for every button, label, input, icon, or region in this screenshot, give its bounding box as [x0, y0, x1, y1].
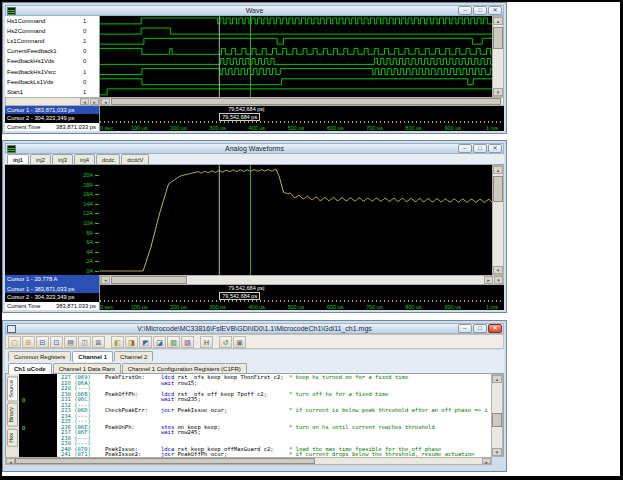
maximize-button[interactable]: □: [473, 324, 487, 333]
view-tab-binary[interactable]: Binary: [7, 403, 18, 427]
microcode-listing[interactable]: 227 (069)PeakFirstOn:ldcd rst _ofs keep …: [57, 374, 491, 457]
save-file-icon[interactable]: ⊟: [36, 336, 49, 348]
scroll-up-icon[interactable]: ▴: [493, 17, 503, 25]
close-button[interactable]: ✕: [488, 324, 502, 333]
editor-horizontal-scrollbar[interactable]: ◂▸: [5, 457, 492, 465]
verify-icon[interactable]: ▨: [181, 336, 194, 348]
signal-row[interactable]: CurrentFeedback10: [5, 46, 99, 56]
tools-icon[interactable]: ▣: [233, 336, 246, 348]
editor-titlebar[interactable]: V:\Microcode\MC33816\FslEVB\GDI\ID0\1.1\…: [5, 323, 504, 334]
scroll-thumb[interactable]: [111, 98, 501, 105]
maximize-button[interactable]: □: [473, 6, 487, 15]
close-button[interactable]: ✕: [488, 6, 502, 15]
current-time-row[interactable]: Current Time383,871.033 ps: [5, 302, 99, 310]
signal-row[interactable]: FeedbackHs1Vsrc1: [5, 67, 99, 77]
scroll-right-icon[interactable]: ▸: [482, 458, 491, 464]
current-time-row[interactable]: Current Time383,871.033 ps: [5, 123, 99, 131]
scroll-left-icon[interactable]: ◂: [6, 458, 15, 464]
tab-ch1-ucode[interactable]: Ch1 uCode: [8, 363, 52, 374]
cursor-delta-box: 79,542,684 ps: [219, 113, 260, 121]
program-icon[interactable]: ▧: [167, 336, 180, 348]
signal-row[interactable]: Start11: [5, 87, 99, 97]
hex-view-icon[interactable]: H: [200, 336, 213, 348]
scroll-up-icon[interactable]: ▴: [493, 166, 503, 174]
tab-inj4[interactable]: inj4: [74, 154, 95, 164]
view-tab-source[interactable]: Source: [7, 376, 18, 401]
scroll-down-icon[interactable]: ▾: [492, 448, 502, 456]
scroll-right-icon[interactable]: ▸: [90, 98, 99, 105]
signal-row[interactable]: Ls1Command1: [5, 36, 99, 46]
tab-common-registers[interactable]: Common Registers: [8, 351, 71, 361]
analog-horizontal-scrollbar[interactable]: ◂▸▾: [100, 275, 504, 285]
tab-inj1[interactable]: inj1: [7, 154, 29, 164]
signal-row[interactable]: FeedbackHs1Vds0: [5, 56, 99, 66]
scroll-left-icon[interactable]: ◂: [101, 276, 110, 284]
scroll-down-icon[interactable]: ▾: [494, 276, 503, 284]
minimize-button[interactable]: –: [458, 144, 472, 153]
editor-vertical-scrollbar[interactable]: ▴▾: [491, 374, 503, 457]
undo-icon[interactable]: ↺: [219, 336, 232, 348]
wave-names-scrollbar[interactable]: ◂▸: [5, 97, 100, 106]
margin-mark[interactable]: 0: [22, 425, 25, 431]
signal-row[interactable]: FeedbackLs1Vds0: [5, 77, 99, 87]
analog-current-plot[interactable]: [100, 165, 492, 275]
save-all-icon[interactable]: ⊡: [50, 336, 63, 348]
scroll-left-icon[interactable]: ◂: [80, 98, 89, 105]
scroll-thumb[interactable]: [493, 27, 503, 49]
cut-icon[interactable]: ◧: [111, 336, 124, 348]
compile-icon[interactable]: ◪: [153, 336, 166, 348]
open-file-icon[interactable]: ⊞: [22, 336, 35, 348]
wave-digital-plot[interactable]: [100, 16, 492, 97]
copy-icon[interactable]: ◨: [125, 336, 138, 348]
timeline-ticks: [100, 121, 504, 123]
tab-channel-2[interactable]: Channel 2: [114, 351, 153, 361]
tab-inj3[interactable]: inj3: [52, 154, 73, 164]
analog-vertical-scrollbar[interactable]: ▴▾: [492, 165, 504, 275]
cursor2-row[interactable]: Cursor 2 - 304,323,349 ps: [5, 293, 99, 301]
scroll-thumb[interactable]: [111, 276, 187, 284]
tab-inj2[interactable]: inj2: [30, 154, 51, 164]
margin-mark[interactable]: 0: [22, 397, 25, 403]
scroll-thumb[interactable]: [493, 176, 503, 202]
tab-dcdc[interactable]: dcdc: [96, 154, 120, 164]
digital-trace: [100, 38, 492, 44]
scroll-right-icon[interactable]: ▸: [484, 276, 493, 284]
analog-cursor-value[interactable]: Cursor 1 - 20.778 A: [5, 275, 100, 285]
minimize-button[interactable]: –: [458, 324, 472, 333]
tab-channel-1[interactable]: Channel 1: [72, 351, 113, 362]
desktop: Wave –□✕ Hs1Command1Hs2Command0Ls1Comman…: [2, 2, 620, 476]
tab-channel-1-configuration-registers-c1fr-[interactable]: Channel 1 Configuration Registers (C1FR): [122, 363, 247, 373]
view-tab-hex[interactable]: Hex: [7, 429, 18, 447]
y-axis-tick: [95, 252, 99, 253]
tab-channel-1-data-ram[interactable]: Channel 1 Data Ram: [53, 363, 121, 373]
wave-timeline[interactable]: 0 sec100 us200 us300 us400 us500 us600 u…: [100, 106, 504, 131]
close-button[interactable]: ✕: [488, 144, 502, 153]
print-icon[interactable]: ▤: [64, 336, 77, 348]
maximize-button[interactable]: □: [473, 144, 487, 153]
timeline-tick-label: 900 us: [445, 125, 462, 131]
scroll-down-icon[interactable]: ▾: [493, 88, 503, 96]
export-icon[interactable]: ◫: [78, 336, 91, 348]
timeline-tick-label: 600 us: [327, 125, 344, 131]
paste-icon[interactable]: ◩: [139, 336, 152, 348]
tab-dcdcV[interactable]: dcdcV: [121, 154, 149, 164]
scroll-thumb[interactable]: [15, 458, 315, 464]
wave-horizontal-scrollbar[interactable]: ◂: [100, 97, 504, 106]
cursor1-row[interactable]: Cursor 1 - 383,871,033 ps: [5, 285, 99, 293]
scroll-up-icon[interactable]: ▴: [492, 375, 502, 383]
analog-titlebar[interactable]: Analog Waveforms –□✕: [5, 143, 504, 154]
signal-row[interactable]: Hs1Command1: [5, 16, 99, 26]
new-file-icon[interactable]: ▢: [8, 336, 21, 348]
scroll-left-icon[interactable]: ◂: [101, 98, 110, 105]
signal-row[interactable]: Hs2Command0: [5, 26, 99, 36]
scroll-down-icon[interactable]: ▾: [493, 266, 503, 274]
scroll-thumb[interactable]: [492, 413, 502, 427]
minimize-button[interactable]: –: [458, 6, 472, 15]
import-icon[interactable]: ⊠: [92, 336, 105, 348]
wave-vertical-scrollbar[interactable]: ▴▾: [492, 16, 504, 97]
y-axis-label: 20A: [83, 172, 93, 178]
analog-timeline[interactable]: 0 sec100 us200 us300 us400 us500 us600 u…: [100, 285, 504, 310]
wave-titlebar[interactable]: Wave –□✕: [5, 5, 504, 16]
cursor1-row[interactable]: Cursor 1 - 383,871,033 ps: [5, 106, 99, 114]
cursor2-row[interactable]: Cursor 2 - 304,323,349 ps: [5, 114, 99, 122]
